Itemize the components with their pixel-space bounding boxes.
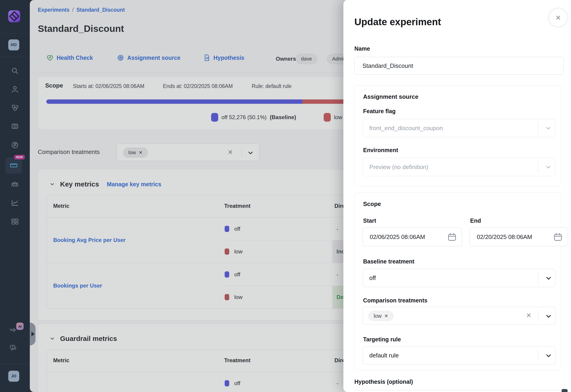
treatment-chip-low[interactable]: low ✕ bbox=[368, 311, 393, 321]
drawer-comparison-label: Comparison treatments bbox=[363, 297, 428, 304]
chevron-down-icon[interactable] bbox=[545, 313, 552, 319]
select-divider bbox=[538, 161, 538, 173]
environment-select[interactable]: Preview (no definition) bbox=[363, 158, 556, 176]
baseline-treatment-select[interactable]: off bbox=[363, 269, 556, 287]
update-experiment-drawer: ✕ Update experiment Name Standard_Discou… bbox=[343, 0, 571, 392]
start-label: Start bbox=[363, 217, 376, 224]
chip-remove-icon[interactable]: ✕ bbox=[385, 313, 388, 319]
select-divider bbox=[538, 349, 538, 362]
clear-icon[interactable]: ✕ bbox=[526, 312, 531, 319]
chevron-down-icon bbox=[545, 352, 552, 359]
hypothesis-optional-label: Hypothesis (optional) bbox=[354, 378, 413, 385]
calendar-icon[interactable] bbox=[447, 232, 457, 242]
targeting-rule-select[interactable]: default rule bbox=[363, 346, 556, 364]
name-label: Name bbox=[354, 45, 370, 52]
targeting-rule-label: Targeting rule bbox=[363, 336, 401, 343]
drawer-comparison-select[interactable]: low ✕ ✕ bbox=[363, 307, 556, 325]
feature-flag-select[interactable]: front_end_discount_coupon bbox=[363, 119, 556, 137]
baseline-treatment-label: Baseline treatment bbox=[363, 258, 414, 265]
select-divider bbox=[538, 122, 538, 134]
name-input[interactable]: Standard_Discount bbox=[354, 57, 564, 75]
app-root: HO NEW bbox=[0, 0, 571, 392]
hypothesis-ai-button[interactable] bbox=[562, 389, 568, 392]
drawer-title: Update experiment bbox=[354, 16, 441, 28]
chevron-down-icon bbox=[545, 164, 551, 170]
drawer-scope-title: Scope bbox=[363, 200, 381, 208]
chevron-down-icon bbox=[545, 275, 552, 281]
drawer-scope-card: Scope Start End 02/06/2025 08:06AM 02/20… bbox=[354, 193, 562, 370]
hypothesis-input[interactable] bbox=[354, 390, 564, 392]
end-date-input[interactable]: 02/20/2025 08:06AM bbox=[470, 227, 568, 246]
select-divider bbox=[538, 272, 538, 284]
end-label: End bbox=[470, 217, 481, 224]
select-divider bbox=[538, 310, 538, 322]
feature-flag-label: Feature flag bbox=[363, 108, 396, 114]
chevron-down-icon bbox=[545, 125, 551, 131]
assignment-source-card: Assignment source Feature flag front_end… bbox=[354, 85, 562, 186]
assignment-source-title: Assignment source bbox=[363, 93, 418, 100]
close-icon[interactable]: ✕ bbox=[548, 7, 569, 28]
start-date-input[interactable]: 02/06/2025 08:06AM bbox=[363, 227, 462, 246]
calendar-icon[interactable] bbox=[553, 232, 563, 242]
environment-label: Environment bbox=[363, 147, 398, 154]
